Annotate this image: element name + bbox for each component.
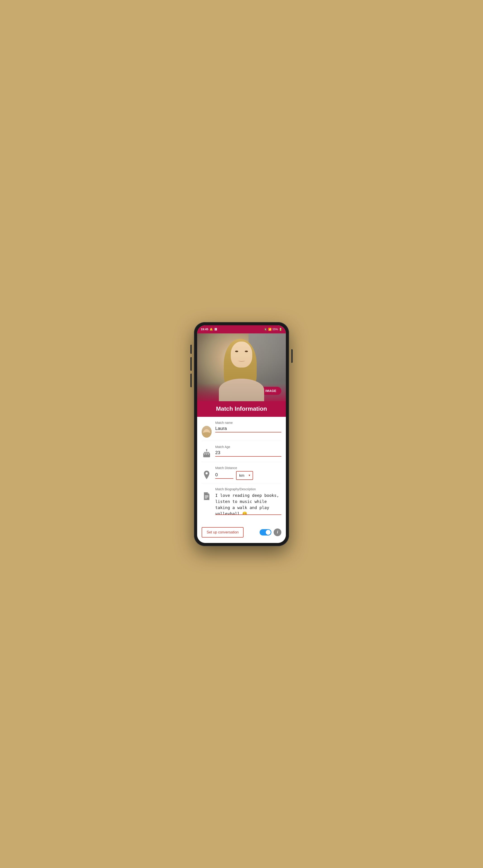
svg-rect-7 (205, 495, 208, 496)
phone-screen: 19:45 🔔 🖼 🔇 📶 55% 🔋 (197, 325, 286, 543)
distance-number-input[interactable] (215, 472, 233, 479)
section-header: Match Information (197, 401, 286, 417)
svg-rect-9 (205, 498, 207, 498)
svg-point-5 (206, 454, 207, 455)
power-button (291, 349, 293, 363)
match-age-input[interactable] (215, 450, 281, 457)
match-bio-label: Match Biography/Description (215, 487, 281, 491)
unit-select[interactable]: km mi (236, 471, 253, 480)
svg-rect-3 (204, 452, 209, 454)
image-icon: 🖼 (214, 328, 217, 331)
toggle-switch[interactable] (260, 529, 272, 535)
match-age-label: Match Age (215, 445, 281, 449)
profile-image-area: CHANGE IMAGE (197, 333, 286, 401)
time-display: 19:45 (201, 328, 208, 331)
mute-icon: 🔇 (264, 328, 267, 331)
volume-up-button (190, 357, 192, 371)
volume-down-button (190, 374, 192, 387)
form-section: Match name (197, 417, 286, 524)
volume-mute-button (190, 345, 192, 354)
distance-icon-wrapper (202, 470, 211, 480)
match-distance-content: Match Distance km mi (215, 466, 281, 480)
status-bar: 19:45 🔔 🖼 🔇 📶 55% 🔋 (197, 325, 286, 333)
battery-icon: 🔋 (279, 328, 282, 331)
status-right: 🔇 📶 55% 🔋 (264, 328, 282, 331)
location-icon (203, 470, 211, 480)
match-name-row: Match name (202, 417, 281, 441)
match-distance-label: Match Distance (215, 466, 281, 470)
match-name-content: Match name (215, 421, 281, 432)
svg-rect-8 (205, 497, 208, 497)
match-age-content: Match Age (215, 445, 281, 457)
cake-icon (202, 449, 211, 459)
match-age-row: Match Age (202, 441, 281, 462)
toggle-knob (266, 530, 271, 535)
avatar-icon-wrapper (202, 425, 211, 438)
svg-point-4 (204, 454, 205, 455)
signal-icon: 📶 (268, 328, 272, 331)
notification-icon: 🔔 (209, 328, 213, 331)
distance-inputs-wrapper: km mi (215, 471, 281, 480)
toggle-info-row: i (260, 528, 281, 536)
svg-point-6 (208, 454, 209, 455)
age-icon-wrapper (202, 449, 211, 459)
match-name-input[interactable] (215, 426, 281, 432)
section-title: Match Information (216, 405, 267, 412)
battery-display: 55% (273, 328, 278, 331)
status-left: 19:45 🔔 🖼 (201, 328, 217, 331)
setup-conversation-button[interactable]: Set up conversation (202, 527, 244, 537)
bottom-actions: Set up conversation i (197, 524, 286, 543)
face-shape (231, 342, 252, 368)
match-distance-row: Match Distance km mi (202, 462, 281, 483)
match-name-label: Match name (215, 421, 281, 425)
avatar-face (202, 426, 211, 438)
phone-device: 19:45 🔔 🖼 🔇 📶 55% 🔋 (194, 322, 289, 546)
bio-icon-wrapper (202, 491, 211, 501)
body-shape (219, 379, 264, 401)
match-bio-content: Match Biography/Description I love readi… (215, 487, 281, 516)
match-bio-textarea[interactable]: I love reading deep books, listen to mus… (215, 492, 281, 515)
bio-document-icon (203, 491, 211, 501)
info-button[interactable]: i (274, 528, 281, 536)
match-avatar (202, 426, 211, 438)
unit-select-wrapper: km mi (236, 471, 253, 480)
match-bio-row: Match Biography/Description I love readi… (202, 483, 281, 519)
